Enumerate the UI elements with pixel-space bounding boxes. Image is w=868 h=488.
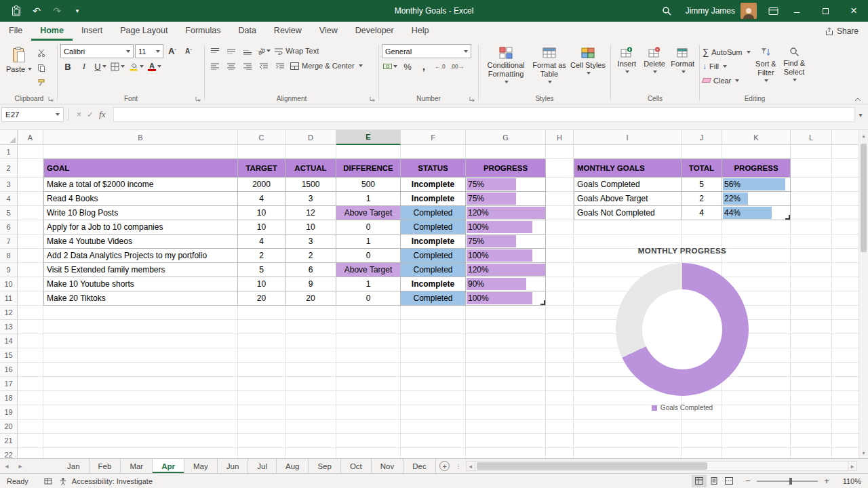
align-right-button[interactable] <box>240 59 255 73</box>
borders-button[interactable] <box>109 60 126 73</box>
cell-A20[interactable] <box>18 420 43 434</box>
cell-E13[interactable] <box>336 320 401 334</box>
cell-D7[interactable]: 3 <box>285 235 336 249</box>
clipboard-dialog-launcher-icon[interactable] <box>48 96 54 102</box>
cell-D18[interactable] <box>285 391 336 405</box>
ribbon-tab-review[interactable]: Review <box>265 22 311 41</box>
row-header-6[interactable]: 6 <box>0 220 18 235</box>
cell-E20[interactable] <box>336 420 401 434</box>
increase-indent-button[interactable] <box>273 59 288 73</box>
sheet-tab-sep[interactable]: Sep <box>309 459 340 473</box>
share-button[interactable]: Share <box>825 26 859 36</box>
cell-F11[interactable]: Completed <box>401 291 466 306</box>
cell-E15[interactable] <box>336 348 401 363</box>
cell-A4[interactable] <box>18 192 43 206</box>
cell-A13[interactable] <box>18 320 43 334</box>
cell-C1[interactable] <box>238 145 285 159</box>
cell-A10[interactable] <box>18 277 43 291</box>
cell-I20[interactable] <box>574 420 682 434</box>
cell-F6[interactable]: Completed <box>401 220 466 235</box>
sheet-tab-feb[interactable]: Feb <box>90 459 121 473</box>
cell-I6[interactable] <box>574 220 682 235</box>
decrease-indent-button[interactable] <box>256 59 271 73</box>
underline-button[interactable]: U <box>93 60 108 73</box>
cell-H10[interactable] <box>546 277 574 291</box>
search-icon[interactable] <box>657 0 676 22</box>
cell-H3[interactable] <box>546 178 574 192</box>
cell-E21[interactable] <box>336 434 401 448</box>
collapse-ribbon-icon[interactable] <box>854 98 861 102</box>
cell-L20[interactable] <box>791 420 832 434</box>
sheet-tab-mar[interactable]: Mar <box>121 459 153 473</box>
cell-C15[interactable] <box>238 348 285 363</box>
tab-scrollbar-splitter[interactable]: ⋮ <box>454 459 463 473</box>
cell-F3[interactable]: Incomplete <box>401 178 466 192</box>
ribbon-tab-file[interactable]: File <box>0 22 31 41</box>
undo-icon[interactable]: ↶ <box>27 0 46 22</box>
row-header-9[interactable]: 9 <box>0 263 18 277</box>
user-name[interactable]: Jimmy James <box>686 6 735 16</box>
column-header-D[interactable]: D <box>285 130 336 145</box>
cell-A19[interactable] <box>18 405 43 420</box>
number-dialog-launcher-icon[interactable] <box>469 96 475 102</box>
cell-H2[interactable] <box>546 159 574 178</box>
row-header-7[interactable]: 7 <box>0 235 18 249</box>
row-header-22[interactable]: 22 <box>0 448 18 458</box>
horizontal-scrollbar[interactable]: ◂ ▸ <box>466 461 857 471</box>
row-header-15[interactable]: 15 <box>0 348 18 363</box>
column-header-L[interactable]: L <box>791 130 832 145</box>
cell-B10[interactable]: Make 10 Youtube shorts <box>43 277 238 291</box>
decrease-decimal-button[interactable]: .00→ <box>449 60 465 73</box>
vertical-scrollbar[interactable]: ▴ ▾ <box>859 130 868 458</box>
cell-E3[interactable]: 500 <box>336 178 401 192</box>
sheet-tab-jul[interactable]: Jul <box>248 459 277 473</box>
cell-C6[interactable]: 10 <box>238 220 285 235</box>
cell-C16[interactable] <box>238 363 285 377</box>
cell-C14[interactable] <box>238 334 285 348</box>
merge-center-button[interactable]: Merge & Center <box>289 59 364 73</box>
cell-A14[interactable] <box>18 334 43 348</box>
cell-K6[interactable] <box>722 220 791 235</box>
cell-A7[interactable] <box>18 235 43 249</box>
cell-G4[interactable]: 75% <box>466 192 546 206</box>
find-select-button[interactable]: Find & Select <box>781 43 807 81</box>
cell-H17[interactable] <box>546 377 574 391</box>
cell-D13[interactable] <box>285 320 336 334</box>
row-header-18[interactable]: 18 <box>0 391 18 405</box>
zoom-in-button[interactable]: + <box>822 476 831 486</box>
cell-G2[interactable]: PROGRESS <box>466 159 546 178</box>
cell-K4[interactable]: 22% <box>722 192 791 206</box>
cell-K3[interactable]: 56% <box>722 178 791 192</box>
cell-H9[interactable] <box>546 263 574 277</box>
cell-K1[interactable] <box>722 145 791 159</box>
cell-H15[interactable] <box>546 348 574 363</box>
cell-L6[interactable] <box>791 220 832 235</box>
cell-H16[interactable] <box>546 363 574 377</box>
increase-font-size-button[interactable]: Aˆ <box>165 45 180 58</box>
cell-D21[interactable] <box>285 434 336 448</box>
cell-C20[interactable] <box>238 420 285 434</box>
formula-input[interactable] <box>113 107 854 122</box>
cell-L4[interactable] <box>791 192 832 206</box>
font-dialog-launcher-icon[interactable] <box>195 96 201 102</box>
row-header-3[interactable]: 3 <box>0 178 18 192</box>
maximize-button[interactable] <box>811 0 840 22</box>
decrease-font-size-button[interactable]: Aˇ <box>181 45 196 58</box>
cell-I22[interactable] <box>574 448 682 458</box>
cell-H22[interactable] <box>546 448 574 458</box>
customize-quick-access-icon[interactable]: ▾ <box>68 0 87 22</box>
cell-C19[interactable] <box>238 405 285 420</box>
cell-J5[interactable]: 4 <box>682 206 722 220</box>
delete-cells-button[interactable]: Delete <box>642 43 668 73</box>
cell-F5[interactable]: Completed <box>401 206 466 220</box>
cell-A12[interactable] <box>18 306 43 320</box>
monthly-progress-chart[interactable]: MONTHLY PROGRESS Goals Completed <box>574 247 791 411</box>
paste-quick-access-icon[interactable] <box>7 0 26 22</box>
column-header-E[interactable]: E <box>336 130 401 145</box>
cell-G14[interactable] <box>466 334 546 348</box>
cell-B6[interactable]: Apply for a Job to 10 companies <box>43 220 238 235</box>
cell-B8[interactable]: Add 2 Data Analytics Projects to my port… <box>43 249 238 263</box>
row-header-20[interactable]: 20 <box>0 420 18 434</box>
cell-B12[interactable] <box>43 306 238 320</box>
cell-L3[interactable] <box>791 178 832 192</box>
